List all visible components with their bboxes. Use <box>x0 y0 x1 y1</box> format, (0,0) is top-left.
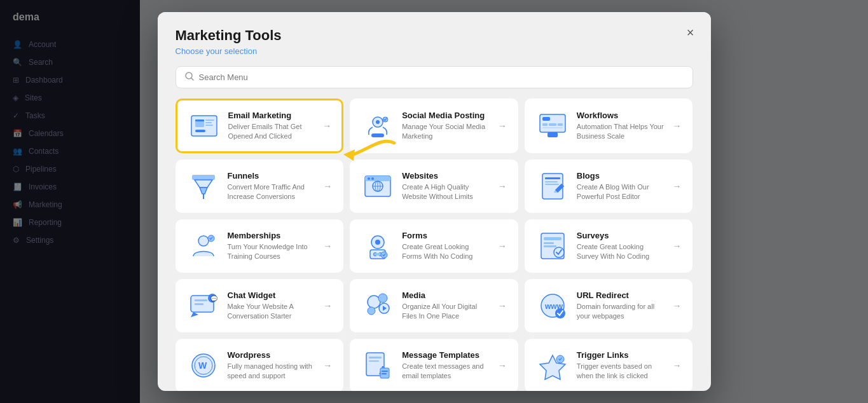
tool-name-surveys: Surveys <box>577 231 665 240</box>
svg-point-61 <box>368 307 375 315</box>
search-icon <box>185 72 194 83</box>
social-icon <box>361 109 394 142</box>
svg-rect-11 <box>371 133 384 137</box>
svg-rect-70 <box>369 360 379 362</box>
tool-info-memberships: Memberships Turn Your Knowledge Into Tra… <box>228 231 316 262</box>
modal-subtitle: Choose your selection <box>176 46 693 56</box>
tool-card-workflows[interactable]: Workflows Automation That Helps Your Bus… <box>525 99 693 153</box>
close-button[interactable]: × <box>682 24 699 41</box>
tool-card-media[interactable]: Media Organize All Your Digital Files In… <box>350 279 518 332</box>
svg-rect-20 <box>192 175 215 180</box>
trigger-icon <box>536 349 569 382</box>
svg-line-1 <box>191 78 193 80</box>
arrow-icon-wordpress: → <box>323 360 332 371</box>
tool-card-blogs[interactable]: Blogs Create A Blog With Our Powerful Po… <box>525 160 693 213</box>
arrow-icon-message-templates: → <box>498 360 507 371</box>
tool-info-url: URL Redirect Domain forwarding for all y… <box>577 290 665 322</box>
arrow-icon-social: → <box>498 121 507 131</box>
tool-card-message-templates[interactable]: A Message Templates Create text messages… <box>350 339 518 391</box>
tool-card-surveys[interactable]: Surveys Create Great Looking Survey With… <box>525 219 693 273</box>
wordpress-icon: W <box>187 349 220 382</box>
arrow-icon-email: → <box>322 121 331 131</box>
svg-text:W: W <box>198 360 207 371</box>
tool-desc-blogs: Create A Blog With Our Powerful Post Edi… <box>577 182 665 202</box>
tool-name-forms: Forms <box>402 231 490 240</box>
membership-icon <box>187 229 220 263</box>
workflow-icon <box>536 109 569 142</box>
template-icon: A <box>361 349 394 382</box>
svg-marker-21 <box>195 180 212 188</box>
svg-rect-74 <box>382 373 387 374</box>
arrow-icon-funnels: → <box>323 181 332 191</box>
tool-info-websites: Websites Create A High Quality Website W… <box>402 171 490 202</box>
tool-name-message-templates: Message Templates <box>402 350 490 360</box>
email-icon <box>188 109 221 142</box>
tool-info-forms: Forms Create Great Looking Forms With No… <box>402 231 490 262</box>
svg-rect-34 <box>545 181 558 182</box>
media-icon <box>361 289 394 322</box>
tool-card-email-marketing[interactable]: Email Marketing Deliver Emails That Get … <box>176 99 344 153</box>
tool-info-chat: Chat Widget Make Your Website A Conversa… <box>228 290 316 322</box>
tool-card-social[interactable]: Social Media Posting Manage Your Social … <box>350 99 518 153</box>
svg-rect-73 <box>382 371 388 372</box>
search-input[interactable] <box>199 72 684 82</box>
tool-card-memberships[interactable]: Memberships Turn Your Knowledge Into Tra… <box>176 219 344 273</box>
tool-card-chat[interactable]: 💬 Chat Widget Make Your Website A Conver… <box>176 279 344 332</box>
svg-rect-15 <box>542 123 548 126</box>
svg-rect-19 <box>548 132 558 137</box>
tool-info-funnels: Funnels Convert More Traffic And Increas… <box>228 171 316 202</box>
svg-text:💬: 💬 <box>210 295 218 303</box>
tool-card-trigger-links[interactable]: Trigger Links Trigger events based on wh… <box>525 339 693 391</box>
svg-point-58 <box>378 294 387 303</box>
arrow-icon-workflows: → <box>672 121 681 131</box>
svg-rect-8 <box>195 130 205 132</box>
tool-info-email: Email Marketing Deliver Emails That Get … <box>228 111 315 142</box>
chat-icon: 💬 <box>187 289 220 322</box>
tool-name-websites: Websites <box>402 171 490 181</box>
tool-desc-workflows: Automation That Helps Your Business Scal… <box>577 122 665 142</box>
tool-info-blogs: Blogs Create A Blog With Our Powerful Po… <box>577 171 665 202</box>
search-bar[interactable] <box>176 66 693 88</box>
form-icon <box>361 229 394 263</box>
tool-name-workflows: Workflows <box>577 111 665 120</box>
svg-rect-69 <box>369 357 382 359</box>
tool-info-media: Media Organize All Your Digital Files In… <box>402 290 490 322</box>
url-icon: www <box>536 289 569 322</box>
svg-rect-18 <box>542 127 563 128</box>
tool-desc-funnels: Convert More Traffic And Increase Conver… <box>228 182 316 202</box>
svg-rect-54 <box>195 303 203 305</box>
arrow-icon-forms: → <box>498 241 507 251</box>
tool-name-trigger-links: Trigger Links <box>577 350 665 360</box>
tool-desc-memberships: Turn Your Knowledge Into Training Course… <box>228 242 316 262</box>
arrow-icon-chat: → <box>323 301 332 311</box>
marketing-tools-modal: Marketing Tools Choose your selection × <box>158 12 711 391</box>
arrow-icon-surveys: → <box>672 241 681 251</box>
arrow-icon-media: → <box>498 301 507 311</box>
svg-rect-45 <box>374 253 382 256</box>
tool-card-wordpress[interactable]: W Wordpress Fully managed hosting with s… <box>176 339 344 391</box>
tool-card-forms[interactable]: Forms Create Great Looking Forms With No… <box>350 219 518 273</box>
svg-rect-17 <box>558 123 563 126</box>
svg-rect-33 <box>545 177 560 179</box>
svg-rect-6 <box>205 122 212 123</box>
arrow-icon-memberships: → <box>323 241 332 251</box>
tool-card-websites[interactable]: Websites Create A High Quality Website W… <box>350 160 518 213</box>
tool-name-funnels: Funnels <box>228 171 316 181</box>
svg-point-27 <box>371 177 374 180</box>
tool-card-url[interactable]: www URL Redirect Domain forwarding for a… <box>525 279 693 332</box>
blog-icon <box>536 170 569 203</box>
svg-rect-35 <box>545 184 559 185</box>
svg-rect-48 <box>544 237 561 240</box>
arrow-icon-url: → <box>672 301 681 311</box>
svg-rect-16 <box>549 123 556 126</box>
tool-desc-social: Manage Your Social Media Marketing <box>402 122 490 142</box>
svg-rect-14 <box>542 117 550 121</box>
tool-desc-chat: Make Your Website A Conversation Starter <box>228 302 316 322</box>
tool-card-funnels[interactable]: Funnels Convert More Traffic And Increas… <box>176 160 344 213</box>
tool-name-media: Media <box>402 290 490 300</box>
modal-overlay[interactable]: Marketing Tools Choose your selection × <box>0 0 868 403</box>
tool-info-workflows: Workflows Automation That Helps Your Bus… <box>577 111 665 142</box>
tools-grid: Email Marketing Deliver Emails That Get … <box>158 99 711 391</box>
tool-desc-media: Organize All Your Digital Files In One P… <box>402 302 490 322</box>
tool-desc-forms: Create Great Looking Forms With No Codin… <box>402 242 490 262</box>
